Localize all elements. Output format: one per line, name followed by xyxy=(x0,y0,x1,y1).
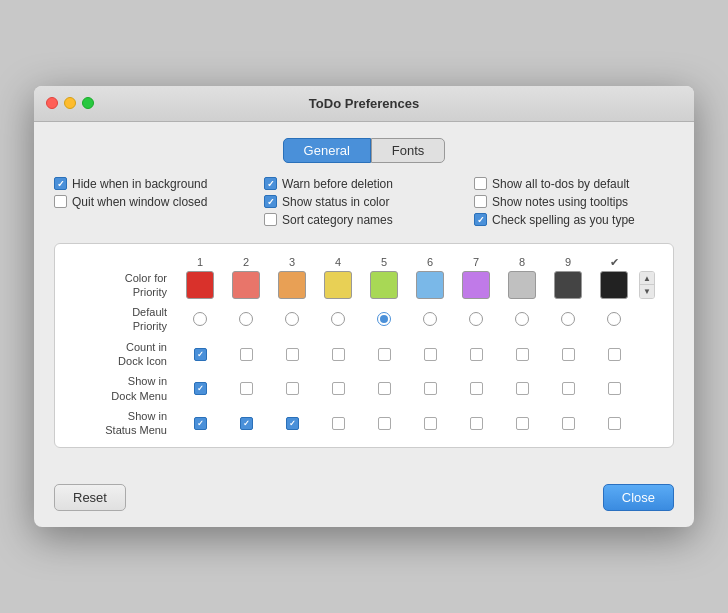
status-check-6[interactable] xyxy=(424,417,437,430)
dock-check-8[interactable] xyxy=(516,382,529,395)
status-check-4[interactable] xyxy=(332,417,345,430)
radio-5[interactable] xyxy=(377,312,391,326)
option-show-color: Show status in color xyxy=(264,195,464,209)
close-button-main[interactable]: Close xyxy=(603,484,674,511)
status-cell-8 xyxy=(501,417,543,430)
color-cell-1 xyxy=(179,271,221,299)
col-1: 1 xyxy=(179,254,221,270)
count-check-3[interactable] xyxy=(286,348,299,361)
color-3[interactable] xyxy=(278,271,306,299)
radio-6[interactable] xyxy=(423,312,437,326)
checkbox-hide-bg[interactable] xyxy=(54,177,67,190)
stepper-up[interactable]: ▲ xyxy=(640,272,654,286)
radio-cell-9 xyxy=(547,312,589,326)
status-check-1[interactable] xyxy=(194,417,207,430)
radio-3[interactable] xyxy=(285,312,299,326)
tab-fonts[interactable]: Fonts xyxy=(371,138,446,163)
stepper-down[interactable]: ▼ xyxy=(640,285,654,298)
color-cell-6 xyxy=(409,271,451,299)
dock-check-6[interactable] xyxy=(424,382,437,395)
radio-7[interactable] xyxy=(469,312,483,326)
tab-general[interactable]: General xyxy=(283,138,371,163)
stepper[interactable]: ▲ ▼ xyxy=(639,271,655,299)
count-cell-3 xyxy=(271,348,313,361)
window-title: ToDo Preferences xyxy=(309,96,419,111)
color-8[interactable] xyxy=(508,271,536,299)
radio-10[interactable] xyxy=(607,312,621,326)
color-6[interactable] xyxy=(416,271,444,299)
status-check-10[interactable] xyxy=(608,417,621,430)
radio-cell-5 xyxy=(363,312,405,326)
dock-check-7[interactable] xyxy=(470,382,483,395)
count-check-4[interactable] xyxy=(332,348,345,361)
color-9[interactable] xyxy=(554,271,582,299)
status-check-3[interactable] xyxy=(286,417,299,430)
color-10[interactable] xyxy=(600,271,628,299)
status-check-7[interactable] xyxy=(470,417,483,430)
status-check-2[interactable] xyxy=(240,417,253,430)
checkbox-show-color[interactable] xyxy=(264,195,277,208)
status-check-9[interactable] xyxy=(562,417,575,430)
count-check-6[interactable] xyxy=(424,348,437,361)
count-check-5[interactable] xyxy=(378,348,391,361)
dock-cell-8 xyxy=(501,382,543,395)
color-cell-9 xyxy=(547,271,589,299)
radio-cell-3 xyxy=(271,312,313,326)
count-check-10[interactable] xyxy=(608,348,621,361)
dock-menu-row: Show inDock Menu xyxy=(65,374,663,403)
color-cell-4 xyxy=(317,271,359,299)
checkbox-sort-cat[interactable] xyxy=(264,213,277,226)
preferences-window: ToDo Preferences General Fonts Hide when… xyxy=(34,86,694,528)
color-1[interactable] xyxy=(186,271,214,299)
dock-check-9[interactable] xyxy=(562,382,575,395)
default-label: DefaultPriority xyxy=(65,305,175,334)
close-button[interactable] xyxy=(46,97,58,109)
count-check-8[interactable] xyxy=(516,348,529,361)
dock-check-2[interactable] xyxy=(240,382,253,395)
checkbox-check-spell[interactable] xyxy=(474,213,487,226)
radio-4[interactable] xyxy=(331,312,345,326)
option-show-all: Show all to-dos by default xyxy=(474,177,674,191)
dock-cell-4 xyxy=(317,382,359,395)
radio-cell-1 xyxy=(179,312,221,326)
radio-cell-6 xyxy=(409,312,451,326)
status-cell-5 xyxy=(363,417,405,430)
reset-button[interactable]: Reset xyxy=(54,484,126,511)
minimize-button[interactable] xyxy=(64,97,76,109)
color-5[interactable] xyxy=(370,271,398,299)
status-check-8[interactable] xyxy=(516,417,529,430)
dock-check-3[interactable] xyxy=(286,382,299,395)
count-check-7[interactable] xyxy=(470,348,483,361)
count-check-1[interactable] xyxy=(194,348,207,361)
color-cell-8 xyxy=(501,271,543,299)
radio-8[interactable] xyxy=(515,312,529,326)
checkbox-show-notes[interactable] xyxy=(474,195,487,208)
checkbox-quit-closed[interactable] xyxy=(54,195,67,208)
checkbox-show-all[interactable] xyxy=(474,177,487,190)
color-cell-2 xyxy=(225,271,267,299)
count-check-9[interactable] xyxy=(562,348,575,361)
maximize-button[interactable] xyxy=(82,97,94,109)
dock-check-4[interactable] xyxy=(332,382,345,395)
dock-check-10[interactable] xyxy=(608,382,621,395)
count-cell-7 xyxy=(455,348,497,361)
checkbox-warn-delete[interactable] xyxy=(264,177,277,190)
color-7[interactable] xyxy=(462,271,490,299)
count-check-2[interactable] xyxy=(240,348,253,361)
dock-check-5[interactable] xyxy=(378,382,391,395)
color-4[interactable] xyxy=(324,271,352,299)
main-content: General Fonts Hide when in background Wa… xyxy=(34,122,694,473)
status-menu-row: Show inStatus Menu xyxy=(65,409,663,438)
status-check-5[interactable] xyxy=(378,417,391,430)
color-2[interactable] xyxy=(232,271,260,299)
dock-menu-label: Show inDock Menu xyxy=(65,374,175,403)
dock-check-1[interactable] xyxy=(194,382,207,395)
radio-2[interactable] xyxy=(239,312,253,326)
color-label: Color forPriority xyxy=(65,271,175,300)
title-bar: ToDo Preferences xyxy=(34,86,694,122)
priority-header-row: 1 2 3 4 5 6 7 8 9 ✔ xyxy=(65,254,663,271)
radio-9[interactable] xyxy=(561,312,575,326)
label-hide-bg: Hide when in background xyxy=(72,177,207,191)
radio-1[interactable] xyxy=(193,312,207,326)
radio-cell-7 xyxy=(455,312,497,326)
